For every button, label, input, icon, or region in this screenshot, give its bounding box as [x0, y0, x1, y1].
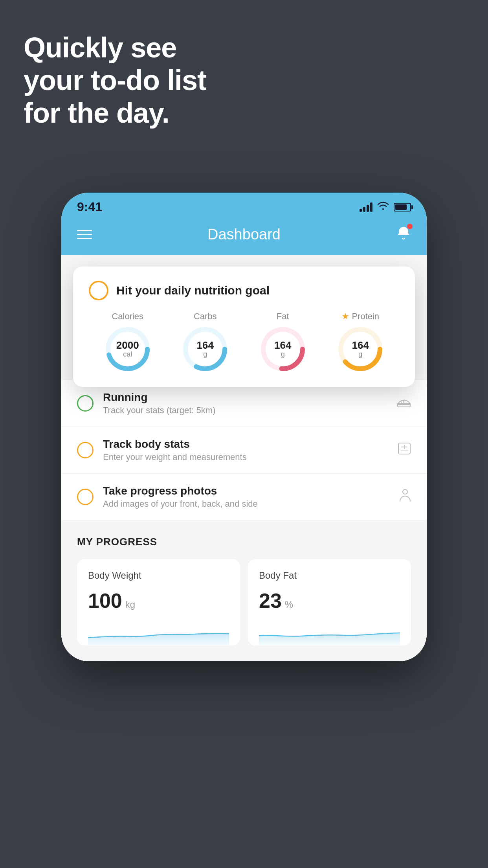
headline-line2: your to-do list — [24, 64, 206, 96]
protein-value: 164 g — [352, 340, 369, 359]
fat-donut: 164 g — [259, 326, 306, 373]
battery-icon — [394, 203, 411, 211]
body-weight-card[interactable]: Body Weight 100 kg — [77, 559, 240, 645]
status-icons — [360, 201, 411, 213]
protein-label: ★ Protein — [341, 311, 379, 322]
todo-subtitle-running: Track your stats (target: 5km) — [103, 405, 387, 416]
todo-circle-running — [77, 395, 94, 412]
body-weight-title: Body Weight — [88, 570, 229, 581]
carbs-donut: 164 g — [182, 326, 229, 373]
body-weight-chart — [88, 622, 229, 645]
todo-text-body-stats: Track body stats Enter your weight and m… — [103, 438, 388, 462]
headline-text: Quickly see your to-do list for the day. — [24, 31, 206, 129]
calories-label: Calories — [112, 311, 143, 322]
star-icon: ★ — [341, 311, 349, 322]
body-weight-unit: kg — [125, 599, 135, 610]
notification-dot — [407, 224, 413, 229]
carbs-value: 164 g — [197, 340, 214, 359]
status-time: 9:41 — [77, 200, 102, 214]
todo-item-running[interactable]: Running Track your stats (target: 5km) — [61, 380, 427, 427]
nutrition-circles: Calories 2000 cal Carbs — [89, 311, 399, 373]
hamburger-menu-button[interactable] — [77, 230, 92, 239]
todo-subtitle-photos: Add images of your front, back, and side — [103, 499, 390, 509]
todo-title-running: Running — [103, 391, 387, 404]
todo-list: Running Track your stats (target: 5km) — [61, 380, 427, 520]
todo-title-body-stats: Track body stats — [103, 438, 388, 451]
headline-line3: for the day. — [24, 97, 169, 129]
calories-item: Calories 2000 cal — [104, 311, 151, 373]
fat-label: Fat — [277, 311, 289, 322]
todo-item-photos[interactable]: Take progress photos Add images of your … — [61, 474, 427, 520]
signal-bars-icon — [360, 202, 372, 212]
fat-item: Fat 164 g — [259, 311, 306, 373]
hamburger-line — [77, 230, 92, 231]
todo-circle-body-stats — [77, 442, 94, 458]
nutrition-card: Hit your daily nutrition goal Calories 2… — [73, 267, 415, 387]
todo-text-photos: Take progress photos Add images of your … — [103, 485, 390, 509]
todo-title-photos: Take progress photos — [103, 485, 390, 497]
body-fat-unit: % — [285, 599, 293, 610]
body-fat-chart — [259, 622, 400, 645]
todo-item-body-stats[interactable]: Track body stats Enter your weight and m… — [61, 427, 427, 474]
todo-check-circle[interactable] — [89, 281, 108, 300]
calories-donut: 2000 cal — [104, 326, 151, 373]
person-icon — [399, 489, 411, 505]
todo-subtitle-body-stats: Enter your weight and measurements — [103, 452, 388, 462]
progress-section: MY PROGRESS Body Weight 100 kg — [61, 520, 427, 661]
phone-frame: 9:41 Da — [61, 193, 427, 661]
body-weight-value: 100 — [88, 589, 122, 612]
carbs-item: Carbs 164 g — [182, 311, 229, 373]
content-area: THINGS TO DO TODAY Hit your daily nutrit… — [61, 255, 427, 661]
body-fat-title: Body Fat — [259, 570, 400, 581]
protein-donut: 164 g — [337, 326, 384, 373]
protein-item: ★ Protein 164 g — [337, 311, 384, 373]
todo-text-running: Running Track your stats (target: 5km) — [103, 391, 387, 416]
svg-point-9 — [403, 489, 407, 494]
card-header-row: Hit your daily nutrition goal — [89, 281, 399, 300]
body-fat-value-row: 23 % — [259, 589, 400, 612]
app-header: Dashboard — [61, 217, 427, 255]
shoe-icon — [397, 396, 411, 411]
progress-cards: Body Weight 100 kg — [77, 559, 411, 645]
bell-icon — [396, 227, 411, 243]
body-fat-value: 23 — [259, 589, 282, 612]
card-title: Hit your daily nutrition goal — [116, 284, 270, 297]
notification-bell-button[interactable] — [396, 225, 411, 244]
fat-value: 164 g — [274, 340, 291, 359]
header-title: Dashboard — [207, 226, 281, 243]
todo-circle-photos — [77, 489, 94, 505]
headline-line1: Quickly see — [24, 32, 176, 63]
body-weight-value-row: 100 kg — [88, 589, 229, 612]
progress-section-title: MY PROGRESS — [77, 536, 411, 548]
status-bar: 9:41 — [61, 193, 427, 217]
hamburger-line — [77, 234, 92, 235]
wifi-icon — [377, 201, 389, 213]
hamburger-line — [77, 238, 92, 239]
body-fat-card[interactable]: Body Fat 23 % — [248, 559, 411, 645]
scale-icon — [398, 442, 411, 458]
carbs-label: Carbs — [194, 311, 217, 322]
calories-value: 2000 cal — [116, 340, 139, 359]
